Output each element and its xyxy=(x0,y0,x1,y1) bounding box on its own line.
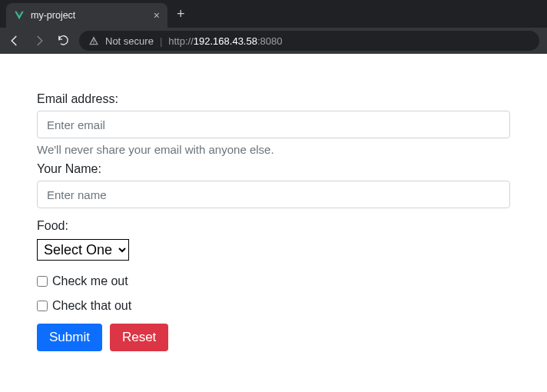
email-field[interactable] xyxy=(37,111,510,138)
check-that-out-checkbox[interactable] xyxy=(37,301,48,311)
not-secure-label: Not secure xyxy=(105,35,154,47)
name-group: Your Name: xyxy=(37,162,510,208)
food-label: Food: xyxy=(37,219,510,233)
button-row: Submit Reset xyxy=(37,324,510,351)
tab-bar: my-project × + xyxy=(0,0,547,28)
separator: | xyxy=(160,35,162,47)
reset-button[interactable]: Reset xyxy=(110,324,168,351)
new-tab-icon[interactable]: + xyxy=(167,6,194,22)
food-select[interactable]: Select One xyxy=(37,239,129,261)
address-bar: Not secure | http://192.168.43.58:8080 xyxy=(0,28,547,54)
checkbox-row-2: Check that out xyxy=(37,299,510,313)
name-field[interactable] xyxy=(37,181,510,208)
forward-icon[interactable] xyxy=(32,34,46,48)
check-me-out-checkbox[interactable] xyxy=(37,276,48,287)
browser-tab[interactable]: my-project × xyxy=(6,3,167,28)
reload-icon[interactable] xyxy=(57,34,70,48)
browser-chrome: my-project × + Not secure | http://192.1… xyxy=(0,0,547,54)
url-port: :8080 xyxy=(257,35,283,47)
tab-title: my-project xyxy=(31,10,75,21)
vue-favicon-icon xyxy=(14,10,25,21)
name-label: Your Name: xyxy=(37,162,510,176)
url-box[interactable]: Not secure | http://192.168.43.58:8080 xyxy=(79,31,539,51)
submit-button[interactable]: Submit xyxy=(37,324,102,351)
url-protocol: http:// xyxy=(168,35,194,47)
check-that-out-label: Check that out xyxy=(52,299,131,313)
not-secure-icon xyxy=(88,35,99,46)
email-label: Email address: xyxy=(37,92,510,106)
food-group: Food: Select One xyxy=(37,219,510,261)
check-me-out-label: Check me out xyxy=(52,274,128,288)
page-content: Email address: We'll never share your em… xyxy=(0,54,547,367)
url-host: 192.168.43.58 xyxy=(194,35,257,47)
email-group: Email address: We'll never share your em… xyxy=(37,92,510,156)
checkbox-row-1: Check me out xyxy=(37,274,510,288)
back-icon[interactable] xyxy=(8,34,22,48)
email-help-text: We'll never share your email with anyone… xyxy=(37,143,510,156)
tab-close-icon[interactable]: × xyxy=(154,9,160,22)
